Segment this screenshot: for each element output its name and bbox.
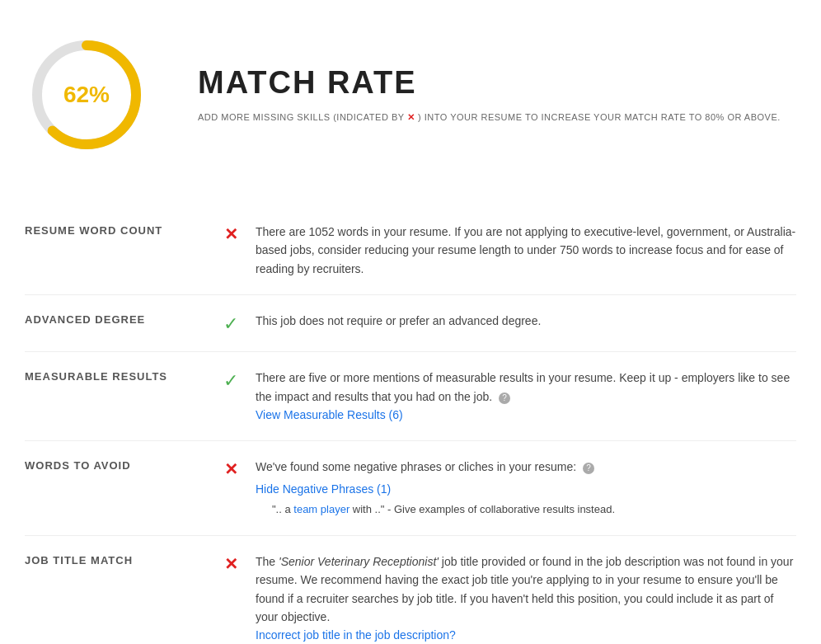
incorrect-job-title-link[interactable]: Incorrect job title in the job descripti… <box>256 628 456 642</box>
negative-phrase-section: Hide Negative Phrases (1) <box>256 480 796 498</box>
measurable-results-content: There are five or more mentions of measu… <box>256 369 796 424</box>
measurable-results-info-icon[interactable]: ? <box>499 393 510 404</box>
pass-icon: ✓ <box>223 313 238 335</box>
match-rate-circle: 62% <box>25 33 148 157</box>
team-player-highlight: team player <box>293 503 350 515</box>
words-to-avoid-info-icon[interactable]: ? <box>583 463 594 474</box>
subtitle-rest: ) INTO YOUR RESUME TO INCREASE YOUR MATC… <box>418 112 781 122</box>
words-to-avoid-label: WORDS TO AVOID <box>25 458 206 472</box>
job-title-match-label: JOB TITLE MATCH <box>25 552 206 566</box>
match-rate-info: MATCH RATE ADD MORE MISSING SKILLS (INDI… <box>198 65 781 125</box>
advanced-degree-content: This job does not require or prefer an a… <box>256 312 796 330</box>
advanced-degree-row: ADVANCED DEGREE ✓ This job does not requ… <box>25 295 796 352</box>
subtitle-text: ADD MORE MISSING SKILLS (INDICATED BY <box>198 112 404 122</box>
match-rate-title: MATCH RATE <box>198 65 781 101</box>
job-title-match-icon: ✕ <box>206 552 256 574</box>
advanced-degree-icon: ✓ <box>206 312 256 335</box>
phrase-line: ".. a team player with .." - Give exampl… <box>256 501 796 519</box>
match-rate-subtitle: ADD MORE MISSING SKILLS (INDICATED BY ✕ … <box>198 110 781 125</box>
job-title-match-row: JOB TITLE MATCH ✕ The 'Senior Veterinary… <box>25 536 796 644</box>
words-to-avoid-icon: ✕ <box>206 458 256 479</box>
fail-icon: ✕ <box>224 224 238 244</box>
words-to-avoid-content: We've found some negative phrases or cli… <box>256 458 796 519</box>
subtitle-x: ✕ <box>407 112 415 122</box>
resume-word-count-label: RESUME WORD COUNT <box>25 223 206 237</box>
measurable-results-icon: ✓ <box>206 369 256 392</box>
resume-word-count-row: RESUME WORD COUNT ✕ There are 1052 words… <box>25 206 796 295</box>
view-measurable-results-link[interactable]: View Measurable Results (6) <box>256 408 403 421</box>
words-to-avoid-row: WORDS TO AVOID ✕ We've found some negati… <box>25 441 796 536</box>
pass-icon: ✓ <box>223 370 238 392</box>
hide-negative-phrases-link[interactable]: Hide Negative Phrases (1) <box>256 482 391 496</box>
measurable-results-label: MEASURABLE RESULTS <box>25 369 206 383</box>
fail-icon: ✕ <box>224 554 238 574</box>
match-percent: 62% <box>63 82 110 108</box>
advanced-degree-label: ADVANCED DEGREE <box>25 312 206 326</box>
header-section: 62% MATCH RATE ADD MORE MISSING SKILLS (… <box>25 16 796 173</box>
measurable-results-row: MEASURABLE RESULTS ✓ There are five or m… <box>25 352 796 441</box>
fail-icon: ✕ <box>224 459 238 479</box>
resume-word-count-icon: ✕ <box>206 223 256 244</box>
job-title-match-content: The 'Senior Veterinary Receptionist' job… <box>256 552 796 644</box>
resume-word-count-content: There are 1052 words in your resume. If … <box>256 223 796 278</box>
